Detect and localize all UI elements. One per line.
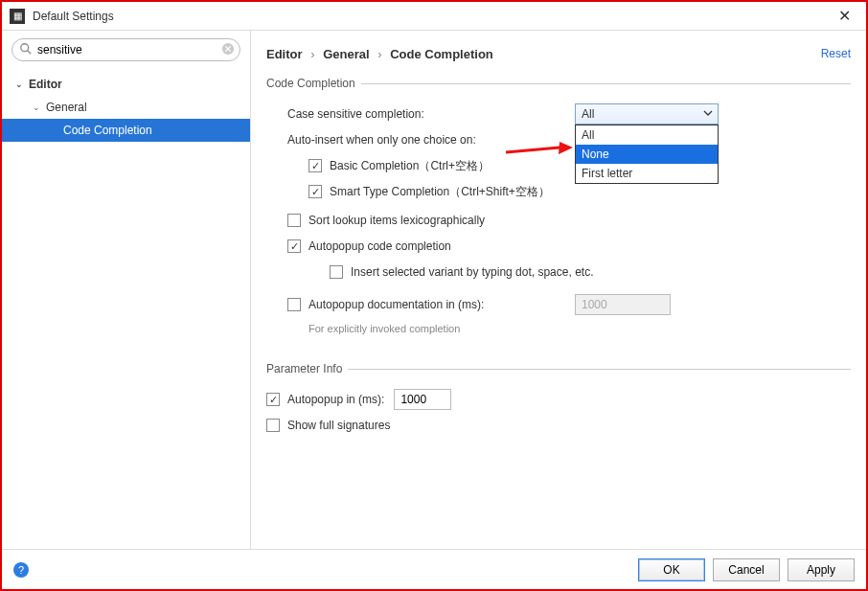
reset-link[interactable]: Reset — [821, 47, 851, 60]
dropdown-option-all[interactable]: All — [576, 125, 718, 145]
auto-insert-label: Auto-insert when only one choice on: — [287, 133, 476, 147]
dropdown-option-none[interactable]: None — [576, 145, 718, 164]
clear-search-icon[interactable] — [221, 42, 235, 56]
autopopup-code-checkbox[interactable] — [287, 239, 301, 253]
autopopup-param-checkbox[interactable] — [266, 393, 280, 406]
dropdown-value: All — [582, 107, 594, 121]
basic-completion-checkbox[interactable] — [308, 159, 322, 172]
show-full-checkbox[interactable] — [266, 419, 280, 432]
row-autopopup-doc: Autopopup documentation in (ms): — [266, 293, 851, 316]
smart-completion-checkbox[interactable] — [308, 185, 322, 198]
settings-panel: Code Completion Case sensitive completio… — [266, 67, 851, 549]
search-field — [11, 38, 240, 61]
breadcrumb-sep: › — [377, 47, 381, 61]
insert-variant-label: Insert selected variant by typing dot, s… — [351, 265, 593, 279]
insert-variant-checkbox[interactable] — [330, 265, 343, 279]
window-title: Default Settings — [33, 10, 830, 23]
group-legend: Parameter Info — [266, 362, 348, 375]
breadcrumb-sep: › — [310, 47, 314, 61]
group-legend: Code Completion — [266, 77, 361, 90]
autopopup-param-input[interactable] — [394, 389, 451, 410]
autopopup-doc-input[interactable] — [575, 294, 671, 315]
tree-item-code-completion[interactable]: Code Completion — [2, 119, 250, 142]
content: Editor › General › Code Completion Reset… — [251, 31, 866, 549]
tree-item-editor[interactable]: ⌄ Editor — [2, 73, 250, 96]
row-sort-lexi: Sort lookup items lexicographically — [266, 209, 851, 232]
parameter-info-group: Parameter Info Autopopup in (ms): Show f… — [266, 362, 851, 451]
app-icon: ▦ — [10, 9, 25, 24]
autopopup-doc-label: Autopopup documentation in (ms): — [308, 298, 575, 311]
cancel-button[interactable]: Cancel — [713, 558, 780, 581]
breadcrumb: Editor › General › Code Completion — [266, 47, 821, 61]
titlebar: ▦ Default Settings ✕ — [2, 2, 866, 31]
row-basic-completion: Basic Completion（Ctrl+空格） — [266, 154, 851, 177]
footer: ? OK Cancel Apply — [2, 549, 866, 589]
body: ⌄ Editor ⌄ General Code Completion Edito… — [2, 31, 866, 549]
row-case-sensitive: Case sensitive completion: All All None … — [266, 102, 851, 125]
doc-hint: For explicitly invoked completion — [308, 323, 460, 334]
breadcrumb-seg: Editor — [266, 47, 303, 61]
tree-label: Code Completion — [63, 124, 152, 137]
autopopup-param-label: Autopopup in (ms): — [287, 393, 384, 406]
tree-label: Editor — [29, 78, 62, 91]
row-doc-hint: For explicitly invoked completion — [266, 317, 851, 340]
sidebar: ⌄ Editor ⌄ General Code Completion — [2, 31, 251, 549]
case-sensitive-label: Case sensitive completion: — [287, 107, 424, 121]
breadcrumb-seg: Code Completion — [390, 47, 493, 61]
chevron-down-icon — [703, 108, 713, 118]
autopopup-doc-checkbox[interactable] — [287, 298, 301, 311]
breadcrumb-seg: General — [323, 47, 369, 61]
svg-line-1 — [28, 51, 32, 55]
search-icon — [19, 42, 33, 56]
close-icon[interactable]: ✕ — [830, 3, 858, 30]
settings-tree: ⌄ Editor ⌄ General Code Completion — [2, 69, 250, 549]
dropdown-list: All None First letter — [575, 125, 719, 184]
ok-button[interactable]: OK — [638, 558, 705, 581]
row-show-full: Show full signatures — [266, 414, 851, 437]
tree-label: General — [46, 101, 87, 114]
smart-completion-label: Smart Type Completion（Ctrl+Shift+空格） — [330, 184, 550, 200]
tree-item-general[interactable]: ⌄ General — [2, 96, 250, 119]
row-auto-insert-label: Auto-insert when only one choice on: — [266, 128, 851, 151]
settings-window: ▦ Default Settings ✕ ⌄ Editor ⌄ General — [0, 0, 868, 591]
case-sensitive-dropdown[interactable]: All All None First letter — [575, 103, 719, 125]
autopopup-code-label: Autopopup code completion — [308, 239, 451, 253]
dropdown-option-first-letter[interactable]: First letter — [576, 164, 718, 183]
chevron-down-icon: ⌄ — [33, 102, 42, 112]
content-header: Editor › General › Code Completion Reset — [266, 40, 851, 67]
chevron-down-icon: ⌄ — [15, 80, 25, 89]
row-autopopup-code: Autopopup code completion — [266, 235, 851, 258]
sort-lexi-checkbox[interactable] — [287, 214, 301, 227]
help-icon[interactable]: ? — [13, 562, 29, 578]
basic-completion-label: Basic Completion（Ctrl+空格） — [330, 158, 490, 174]
row-insert-variant: Insert selected variant by typing dot, s… — [266, 261, 851, 284]
search-input[interactable] — [11, 38, 240, 61]
footer-buttons: OK Cancel Apply — [638, 558, 855, 581]
apply-button[interactable]: Apply — [788, 558, 855, 581]
show-full-label: Show full signatures — [287, 419, 390, 432]
row-smart-completion: Smart Type Completion（Ctrl+Shift+空格） — [266, 180, 851, 203]
row-autopopup-param: Autopopup in (ms): — [266, 388, 851, 411]
svg-point-0 — [21, 44, 29, 52]
code-completion-group: Code Completion Case sensitive completio… — [266, 77, 851, 354]
sort-lexi-label: Sort lookup items lexicographically — [308, 214, 485, 227]
